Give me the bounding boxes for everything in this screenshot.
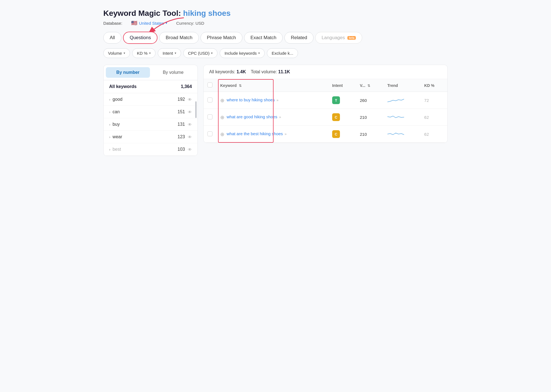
- intent-cell-1: T: [328, 92, 356, 109]
- table-row: ⊕ what are the best hiking shoes » C: [204, 126, 447, 143]
- tab-questions[interactable]: Questions: [123, 32, 158, 44]
- col-header-trend: Trend: [384, 79, 420, 92]
- col-header-volume: V... ⇅: [356, 79, 384, 92]
- sidebar-item-count: 131: [177, 122, 185, 127]
- filter-include-keywords[interactable]: Include keywords ▾: [220, 48, 265, 58]
- eye-icon[interactable]: 👁: [188, 147, 192, 152]
- chevron-down-icon: ▾: [258, 51, 260, 55]
- kd-cell-2: 62: [420, 109, 447, 126]
- sidebar-item-can[interactable]: › can 151 👁: [104, 106, 197, 118]
- trend-cell-1: [384, 92, 420, 109]
- page-container: Keyword Magic Tool: hiking shoes Databas…: [92, 0, 459, 392]
- results-header: All keywords: 1.4K Total volume: 11.1K: [204, 65, 447, 79]
- intent-badge: C: [332, 113, 340, 121]
- table-header-row: Keyword ⇅ Intent V... ⇅ Trend KD %: [204, 79, 447, 92]
- database-selector[interactable]: 🇺🇸 United States ▾: [131, 20, 167, 26]
- keyword-table: Keyword ⇅ Intent V... ⇅ Trend KD %: [204, 79, 447, 143]
- header: Keyword Magic Tool: hiking shoes Databas…: [103, 9, 448, 26]
- sidebar-item-wear[interactable]: › wear 123 👁: [104, 131, 197, 143]
- add-icon[interactable]: ⊕: [220, 97, 224, 104]
- results-panel: All keywords: 1.4K Total volume: 11.1K: [203, 65, 448, 143]
- country-flag: 🇺🇸: [131, 20, 137, 26]
- eye-icon[interactable]: 👁: [188, 135, 192, 139]
- filter-volume[interactable]: Volume ▾: [103, 48, 130, 58]
- eye-icon[interactable]: 👁: [188, 122, 192, 127]
- sidebar-item-label: buy: [112, 122, 120, 127]
- eye-icon[interactable]: 👁: [188, 110, 192, 114]
- chevron-right-icon: ›: [109, 122, 110, 127]
- sidebar-item-count: 103: [177, 147, 185, 152]
- chevron-down-icon: ▾: [211, 51, 213, 55]
- sidebar-item-best[interactable]: › best 103 👁: [104, 143, 197, 156]
- arrow-link-icon[interactable]: »: [279, 115, 281, 119]
- chevron-down-icon: ▾: [166, 21, 167, 25]
- row-checkbox[interactable]: [207, 114, 212, 119]
- sort-icon[interactable]: ⇅: [239, 84, 242, 88]
- keyword-count: 1.4K: [237, 69, 246, 74]
- sidebar-item-good[interactable]: › good 192 👁: [104, 93, 197, 106]
- tab-related[interactable]: Related: [284, 32, 314, 44]
- add-icon[interactable]: ⊕: [220, 131, 224, 137]
- toggle-by-number[interactable]: By number: [106, 67, 150, 78]
- scrollbar[interactable]: [195, 101, 197, 118]
- col-header-intent: Intent: [328, 79, 356, 92]
- volume-cell-1: 260: [356, 92, 384, 109]
- sort-icon[interactable]: ⇅: [367, 84, 370, 88]
- row-checkbox[interactable]: [207, 97, 212, 102]
- keyword-cell-2: ⊕ what are good hiking shoes »: [216, 109, 328, 126]
- volume-cell-3: 210: [356, 126, 384, 143]
- row-checkbox-cell: [204, 126, 216, 143]
- currency-label: Currency: USD: [176, 21, 204, 26]
- tab-exact-match[interactable]: Exact Match: [244, 32, 283, 44]
- chevron-down-icon: ▾: [175, 51, 176, 55]
- chevron-right-icon: ›: [109, 110, 110, 114]
- col-header-kd: KD %: [420, 79, 447, 92]
- filter-cpc[interactable]: CPC (USD) ▾: [183, 48, 218, 58]
- chevron-right-icon: ›: [109, 147, 110, 152]
- intent-cell-3: C: [328, 126, 356, 143]
- filter-intent[interactable]: Intent ▾: [158, 48, 181, 58]
- filter-kd[interactable]: KD % ▾: [132, 48, 156, 58]
- sidebar-toggle: By number By volume: [104, 65, 197, 80]
- select-all-checkbox[interactable]: [207, 82, 212, 87]
- beta-badge: beta: [347, 36, 356, 40]
- keyword-link[interactable]: what are the best hiking shoes: [227, 131, 283, 136]
- keyword-link[interactable]: what are good hiking shoes: [227, 114, 277, 119]
- eye-icon[interactable]: 👁: [188, 97, 192, 102]
- database-label: Database:: [103, 21, 122, 26]
- tab-broad-match[interactable]: Broad Match: [159, 32, 199, 44]
- table-row: ⊕ where to buy hiking shoes » T: [204, 92, 447, 109]
- keyword-cell-3: ⊕ what are the best hiking shoes »: [216, 126, 328, 143]
- sidebar-item-buy[interactable]: › buy 131 👁: [104, 118, 197, 131]
- tab-phrase-match[interactable]: Phrase Match: [201, 32, 242, 44]
- sidebar-list: › good 192 👁 › can 151 👁: [104, 93, 197, 156]
- chevron-down-icon: ▾: [149, 51, 151, 55]
- kd-cell-1: 72: [420, 92, 447, 109]
- keyword-link[interactable]: where to buy hiking shoes: [227, 97, 275, 102]
- filter-exclude[interactable]: Exclude k...: [267, 48, 298, 58]
- total-volume-value: 11.1K: [278, 69, 290, 74]
- kd-cell-3: 62: [420, 126, 447, 143]
- sidebar-item-label: can: [112, 109, 120, 114]
- sidebar-header-count: 1,364: [181, 84, 192, 89]
- meta-row: Database: 🇺🇸 United States ▾ Currency: U…: [103, 20, 448, 26]
- tab-languages[interactable]: Languages beta: [315, 32, 362, 44]
- row-checkbox[interactable]: [207, 131, 212, 136]
- toggle-by-volume[interactable]: By volume: [151, 67, 195, 78]
- sidebar-header-label: All keywords: [109, 84, 137, 89]
- chevron-down-icon: ▾: [124, 51, 125, 55]
- sparkline: [387, 113, 417, 121]
- tab-bar: All Questions Broad Match Phrase Match E…: [103, 32, 448, 44]
- arrow-link-icon[interactable]: »: [285, 132, 287, 136]
- volume-cell-2: 210: [356, 109, 384, 126]
- sparkline: [387, 96, 417, 104]
- add-icon[interactable]: ⊕: [220, 114, 224, 120]
- sparkline: [387, 130, 417, 138]
- col-header-checkbox: [204, 79, 216, 92]
- sidebar: By number By volume All keywords 1,364 ›…: [103, 65, 198, 156]
- tab-all[interactable]: All: [103, 32, 121, 44]
- arrow-link-icon[interactable]: »: [277, 98, 279, 102]
- keyword-cell-1: ⊕ where to buy hiking shoes »: [216, 92, 328, 109]
- chevron-right-icon: ›: [109, 97, 110, 102]
- trend-cell-2: [384, 109, 420, 126]
